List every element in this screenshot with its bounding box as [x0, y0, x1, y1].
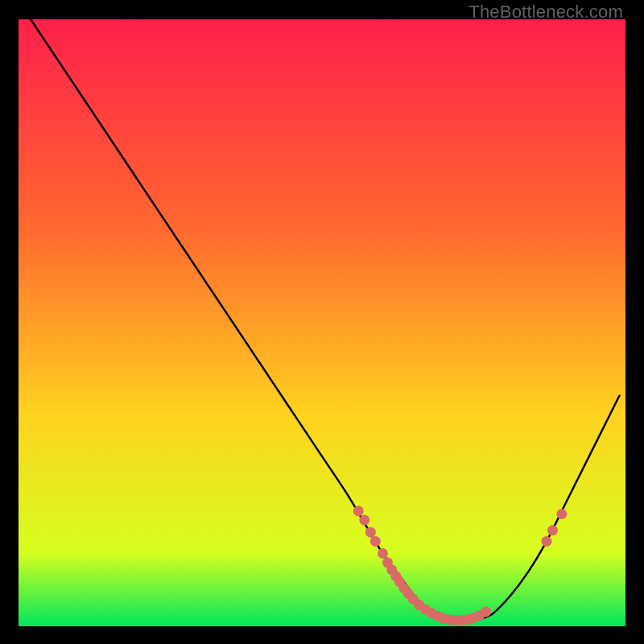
- curve-marker: [359, 515, 369, 526]
- curve-marker: [378, 548, 388, 559]
- chart-svg: [19, 19, 625, 626]
- chart-frame: [19, 19, 625, 626]
- curve-marker: [353, 506, 364, 516]
- curve-marker: [370, 536, 381, 547]
- gradient-background: [19, 19, 625, 626]
- curve-marker: [547, 525, 558, 535]
- curve-marker: [365, 527, 376, 538]
- curve-marker: [541, 536, 551, 547]
- curve-marker: [481, 606, 491, 617]
- curve-marker: [556, 509, 567, 519]
